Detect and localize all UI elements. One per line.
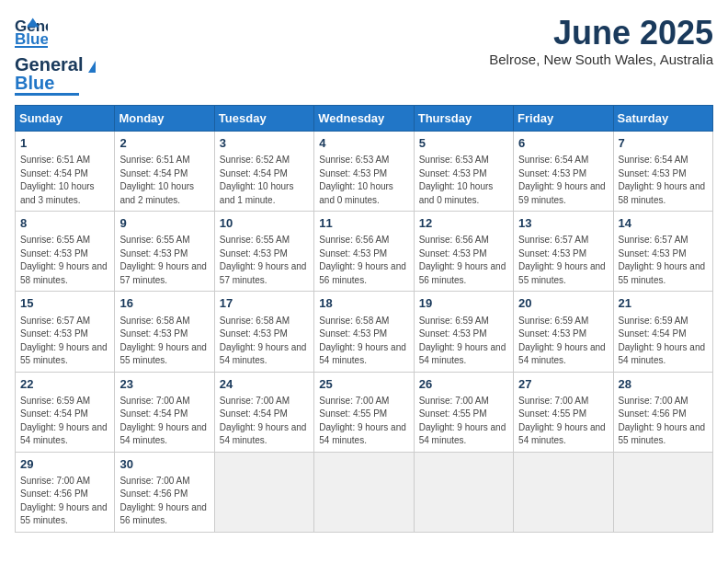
day-number: 10 (220, 215, 309, 232)
calendar-cell: 29Sunrise: 7:00 AMSunset: 4:56 PMDayligh… (16, 452, 115, 532)
day-info: Sunrise: 7:00 AMSunset: 4:54 PMDaylight:… (220, 395, 309, 448)
logo-blue: Blue (15, 73, 54, 93)
calendar-cell: 17Sunrise: 6:58 AMSunset: 4:53 PMDayligh… (214, 292, 313, 372)
calendar-cell: 14Sunrise: 6:57 AMSunset: 4:53 PMDayligh… (613, 212, 712, 292)
day-info: Sunrise: 7:00 AMSunset: 4:54 PMDaylight:… (119, 395, 209, 448)
day-info: Sunrise: 7:00 AMSunset: 4:56 PMDaylight:… (119, 475, 209, 528)
day-info: Sunrise: 6:53 AMSunset: 4:53 PMDaylight:… (419, 154, 508, 207)
day-info: Sunrise: 6:54 AMSunset: 4:53 PMDaylight:… (619, 154, 708, 207)
weekday-header-thursday: Thursday (414, 106, 513, 132)
day-info: Sunrise: 6:58 AMSunset: 4:53 PMDaylight:… (220, 315, 309, 368)
day-number: 3 (220, 135, 309, 152)
day-info: Sunrise: 6:57 AMSunset: 4:53 PMDaylight:… (619, 234, 708, 287)
page-header: General Blue General Blue June 2025 Belr… (15, 15, 713, 96)
weekday-header-monday: Monday (115, 106, 214, 132)
day-number: 27 (518, 376, 608, 393)
logo-underline (15, 93, 79, 96)
title-block: June 2025 Belrose, New South Wales, Aust… (489, 15, 713, 67)
calendar-cell: 5Sunrise: 6:53 AMSunset: 4:53 PMDaylight… (414, 132, 513, 212)
day-number: 2 (119, 135, 209, 152)
day-info: Sunrise: 6:55 AMSunset: 4:53 PMDaylight:… (20, 234, 109, 287)
day-info: Sunrise: 6:51 AMSunset: 4:54 PMDaylight:… (20, 154, 109, 207)
day-info: Sunrise: 7:00 AMSunset: 4:55 PMDaylight:… (319, 395, 408, 448)
calendar-cell: 28Sunrise: 7:00 AMSunset: 4:56 PMDayligh… (613, 372, 712, 452)
day-number: 17 (220, 295, 309, 312)
calendar-table: SundayMondayTuesdayWednesdayThursdayFrid… (15, 105, 713, 533)
day-info: Sunrise: 6:59 AMSunset: 4:53 PMDaylight:… (419, 315, 508, 368)
svg-text:Blue: Blue (15, 30, 48, 48)
calendar-cell: 20Sunrise: 6:59 AMSunset: 4:53 PMDayligh… (514, 292, 613, 372)
logo-general: General (15, 54, 83, 75)
day-number: 30 (119, 456, 209, 473)
day-info: Sunrise: 6:59 AMSunset: 4:53 PMDaylight:… (518, 315, 608, 368)
day-number: 29 (20, 456, 109, 473)
day-info: Sunrise: 6:51 AMSunset: 4:54 PMDaylight:… (119, 154, 209, 207)
calendar-header-row: SundayMondayTuesdayWednesdayThursdayFrid… (16, 106, 713, 132)
calendar-cell: 13Sunrise: 6:57 AMSunset: 4:53 PMDayligh… (514, 212, 613, 292)
weekday-header-saturday: Saturday (613, 106, 712, 132)
calendar-cell (514, 452, 613, 532)
month-year-title: June 2025 (489, 15, 713, 52)
day-info: Sunrise: 7:00 AMSunset: 4:56 PMDaylight:… (619, 395, 708, 448)
calendar-cell: 12Sunrise: 6:56 AMSunset: 4:53 PMDayligh… (414, 212, 513, 292)
day-number: 8 (20, 215, 109, 232)
location-subtitle: Belrose, New South Wales, Australia (489, 52, 713, 67)
day-number: 19 (419, 295, 508, 312)
day-info: Sunrise: 6:53 AMSunset: 4:53 PMDaylight:… (319, 154, 408, 207)
day-number: 16 (119, 295, 209, 312)
day-number: 28 (619, 376, 708, 393)
calendar-week-row: 15Sunrise: 6:57 AMSunset: 4:53 PMDayligh… (16, 292, 713, 372)
calendar-cell: 10Sunrise: 6:55 AMSunset: 4:53 PMDayligh… (214, 212, 313, 292)
calendar-cell: 16Sunrise: 6:58 AMSunset: 4:53 PMDayligh… (115, 292, 214, 372)
calendar-cell: 19Sunrise: 6:59 AMSunset: 4:53 PMDayligh… (414, 292, 513, 372)
calendar-cell: 23Sunrise: 7:00 AMSunset: 4:54 PMDayligh… (115, 372, 214, 452)
calendar-cell: 21Sunrise: 6:59 AMSunset: 4:54 PMDayligh… (613, 292, 712, 372)
day-info: Sunrise: 6:52 AMSunset: 4:54 PMDaylight:… (220, 154, 309, 207)
day-info: Sunrise: 7:00 AMSunset: 4:55 PMDaylight:… (518, 395, 608, 448)
day-info: Sunrise: 7:00 AMSunset: 4:55 PMDaylight:… (419, 395, 508, 448)
weekday-header-wednesday: Wednesday (314, 106, 414, 132)
day-number: 18 (319, 295, 408, 312)
calendar-week-row: 22Sunrise: 6:59 AMSunset: 4:54 PMDayligh… (16, 372, 713, 452)
calendar-cell: 25Sunrise: 7:00 AMSunset: 4:55 PMDayligh… (314, 372, 414, 452)
weekday-header-sunday: Sunday (16, 106, 115, 132)
calendar-cell (414, 452, 513, 532)
weekday-header-tuesday: Tuesday (214, 106, 313, 132)
day-number: 22 (20, 376, 109, 393)
day-number: 26 (419, 376, 508, 393)
day-number: 25 (319, 376, 408, 393)
day-number: 24 (220, 376, 309, 393)
day-info: Sunrise: 6:59 AMSunset: 4:54 PMDaylight:… (20, 395, 109, 448)
day-info: Sunrise: 6:58 AMSunset: 4:53 PMDaylight:… (119, 315, 209, 368)
day-info: Sunrise: 6:57 AMSunset: 4:53 PMDaylight:… (20, 315, 109, 368)
weekday-header-friday: Friday (514, 106, 613, 132)
day-number: 13 (518, 215, 608, 232)
calendar-cell: 15Sunrise: 6:57 AMSunset: 4:53 PMDayligh… (16, 292, 115, 372)
calendar-cell: 8Sunrise: 6:55 AMSunset: 4:53 PMDaylight… (16, 212, 115, 292)
day-info: Sunrise: 7:00 AMSunset: 4:56 PMDaylight:… (20, 475, 109, 528)
day-info: Sunrise: 6:56 AMSunset: 4:53 PMDaylight:… (319, 234, 408, 287)
calendar-week-row: 29Sunrise: 7:00 AMSunset: 4:56 PMDayligh… (16, 452, 713, 532)
day-number: 14 (619, 215, 708, 232)
calendar-cell: 11Sunrise: 6:56 AMSunset: 4:53 PMDayligh… (314, 212, 414, 292)
calendar-cell: 26Sunrise: 7:00 AMSunset: 4:55 PMDayligh… (414, 372, 513, 452)
calendar-cell (214, 452, 313, 532)
calendar-week-row: 8Sunrise: 6:55 AMSunset: 4:53 PMDaylight… (16, 212, 713, 292)
calendar-cell: 4Sunrise: 6:53 AMSunset: 4:53 PMDaylight… (314, 132, 414, 212)
calendar-cell: 24Sunrise: 7:00 AMSunset: 4:54 PMDayligh… (214, 372, 313, 452)
day-number: 9 (119, 215, 209, 232)
day-number: 6 (518, 135, 608, 152)
day-info: Sunrise: 6:56 AMSunset: 4:53 PMDaylight:… (419, 234, 508, 287)
day-info: Sunrise: 6:57 AMSunset: 4:53 PMDaylight:… (518, 234, 608, 287)
calendar-cell (613, 452, 712, 532)
logo-icon: General Blue (15, 15, 48, 52)
calendar-cell: 1Sunrise: 6:51 AMSunset: 4:54 PMDaylight… (16, 132, 115, 212)
day-number: 4 (319, 135, 408, 152)
calendar-cell: 27Sunrise: 7:00 AMSunset: 4:55 PMDayligh… (514, 372, 613, 452)
calendar-cell: 7Sunrise: 6:54 AMSunset: 4:53 PMDaylight… (613, 132, 712, 212)
calendar-cell: 9Sunrise: 6:55 AMSunset: 4:53 PMDaylight… (115, 212, 214, 292)
calendar-cell: 30Sunrise: 7:00 AMSunset: 4:56 PMDayligh… (115, 452, 214, 532)
calendar-cell: 6Sunrise: 6:54 AMSunset: 4:53 PMDaylight… (514, 132, 613, 212)
calendar-cell: 18Sunrise: 6:58 AMSunset: 4:53 PMDayligh… (314, 292, 414, 372)
day-info: Sunrise: 6:55 AMSunset: 4:53 PMDaylight:… (119, 234, 209, 287)
